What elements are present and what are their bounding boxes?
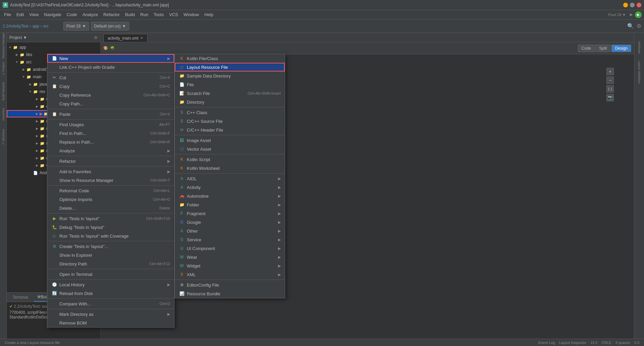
breadcrumb-src[interactable]: src <box>43 24 49 29</box>
settings-icon[interactable]: ⚙ <box>637 23 641 29</box>
ctx-new-item[interactable]: 📄 New ▶ <box>47 54 174 63</box>
ctx-paste[interactable]: 📋 Paste Ctrl+V <box>47 110 174 118</box>
ctx-optimize-imports[interactable]: Optimize Imports Ctrl+Alt+O <box>47 195 174 204</box>
ctx2-fragment[interactable]: F Fragment ▶ <box>175 209 285 218</box>
ctx2-other[interactable]: A Other ▶ <box>175 227 285 235</box>
status-encoding[interactable]: CRLE <box>599 341 613 345</box>
ctx2-vector-asset[interactable]: ⬡ Vector Asset <box>175 145 285 153</box>
menu-vcs[interactable]: VCS <box>166 11 181 18</box>
sidebar-settings-icon[interactable]: ⚙ <box>94 35 98 40</box>
menu-refactor[interactable]: Refactor <box>101 11 122 18</box>
menu-code[interactable]: Code <box>64 11 80 18</box>
ctx-directory-path[interactable]: Directory Path Ctrl+Alt+F12 <box>47 259 174 268</box>
ctx2-image-asset[interactable]: 🖼 Image Asset <box>175 136 285 145</box>
restore-button[interactable]: □ <box>630 3 635 7</box>
menu-edit[interactable]: Edit <box>14 11 26 18</box>
ctx-debug-tests[interactable]: 🐛 Debug 'Tests in 'layout'' <box>47 223 174 232</box>
close-button[interactable]: ✕ <box>637 3 641 7</box>
code-view-button[interactable]: Code <box>578 45 595 52</box>
ctx2-kotlin-file[interactable]: K Kotlin File/Class <box>175 54 285 63</box>
ctx2-activity[interactable]: A Activity ▶ <box>175 183 285 192</box>
ctx-reload-disk[interactable]: 🔄 Reload from Disk <box>47 289 174 298</box>
ctx-replace-in-path[interactable]: Replace in Path... Ctrl+Shift+R <box>47 138 174 146</box>
ctx-open-terminal[interactable]: Open in Terminal <box>47 270 174 279</box>
menu-tools[interactable]: Tools <box>151 11 166 18</box>
ctx2-automotive[interactable]: 🚗 Automotive ▶ <box>175 192 285 200</box>
ctx2-cpp-source[interactable]: S C/C++ Source File <box>175 117 285 126</box>
favorites-tool[interactable]: Favorites <box>0 104 6 124</box>
ctx2-scratch-file[interactable]: 📝 Scratch File Ctrl+Alt+Shift+Insert <box>175 89 285 98</box>
ctx2-folder[interactable]: 📁 Folder ▶ <box>175 200 285 209</box>
ctx2-kotlin-script[interactable]: K Kotlin Script <box>175 155 285 164</box>
ctx-cut[interactable]: ✂ Cut Ctrl+X <box>47 73 174 82</box>
ctx-remove-bom[interactable]: Remove BOM <box>47 318 174 327</box>
split-view-button[interactable]: Split <box>595 45 610 52</box>
minimize-button[interactable]: – <box>623 3 628 7</box>
ctx-compare-with[interactable]: Compare With... Ctrl+D <box>47 299 174 308</box>
ctx2-kotlin-worksheet[interactable]: K Kotlin Worksheet <box>175 164 285 172</box>
menu-run[interactable]: Run <box>138 11 151 18</box>
ctx-find-usages[interactable]: Find Usages Alt+F7 <box>47 120 174 129</box>
zoom-out-button[interactable]: − <box>606 77 614 84</box>
ctx-show-resource-manager[interactable]: Show In Resource Manager Ctrl+Shift+T <box>47 176 174 185</box>
menu-navigate[interactable]: Navigate <box>41 11 64 18</box>
status-position[interactable]: 14:2 <box>588 341 599 345</box>
layout-validation-btn[interactable]: Layout Validation <box>635 60 644 84</box>
ctx-create-tests[interactable]: ⚙ Create 'Tests in 'layout''... <box>47 242 174 251</box>
fit-screen-button[interactable]: 1:1 <box>606 85 614 93</box>
build-variants-tool[interactable]: Build Variants <box>0 81 6 101</box>
ctx2-layout-resource[interactable]: □ Layout Resource File <box>175 63 285 71</box>
breadcrumb-project[interactable]: 2.2ActivityTest <box>3 24 29 29</box>
ctx-run-tests[interactable]: ▶ Run 'Tests in 'layout'' Ctrl+Shift+F10 <box>47 214 174 223</box>
ctx-copy[interactable]: 📋 Copy Ctrl+C <box>47 82 174 91</box>
run-icon[interactable]: ▶ <box>635 11 642 18</box>
menu-analyze[interactable]: Analyze <box>80 11 101 18</box>
ctx2-widget[interactable]: W Widget ▶ <box>175 261 285 270</box>
menu-file[interactable]: File <box>1 11 14 18</box>
search-button[interactable]: 🔍 <box>627 23 634 29</box>
ctx2-xml[interactable]: X XML ▶ <box>175 270 285 279</box>
terminal-tab[interactable]: Terminal <box>9 293 31 302</box>
ctx2-directory[interactable]: 📁 Directory <box>175 98 285 106</box>
screenshot-button[interactable]: 📷 <box>606 94 614 101</box>
status-indent[interactable]: 4 spaces <box>613 341 632 345</box>
resource-manager-tool[interactable]: Resource Manager <box>0 36 6 56</box>
ctx-reformat-code[interactable]: Reformat Code Ctrl+Alt+L <box>47 186 174 195</box>
ctx2-sample-data[interactable]: 📁 Sample Data Directory <box>175 71 285 80</box>
editor-component-tree-icon[interactable]: 🌳 <box>110 46 115 50</box>
ctx2-google[interactable]: G Google ▶ <box>175 218 285 227</box>
menu-build[interactable]: Build <box>122 11 138 18</box>
device-selector[interactable]: Pixel 28 ▼ <box>63 22 89 31</box>
ctx2-file[interactable]: 📄 File <box>175 80 285 89</box>
ctx-delete[interactable]: Delete... Delete <box>47 204 174 212</box>
ctx2-ui-component[interactable]: U UI Component ▶ <box>175 244 285 253</box>
menu-help[interactable]: Help <box>202 11 216 18</box>
ctx-show-explorer[interactable]: Show in Explorer <box>47 251 174 259</box>
ctx-copy-reference[interactable]: Copy Reference Ctrl+Alt+Shift+C <box>47 91 174 99</box>
ctx2-resource-bundle[interactable]: 📊 Resource Bundle <box>175 289 285 298</box>
ctx2-editorconfig[interactable]: ⚙ EditorConfig File <box>175 281 285 289</box>
ctx-local-history[interactable]: 🕐 Local History ▶ <box>47 280 174 289</box>
menu-view[interactable]: View <box>26 11 41 18</box>
design-view-button[interactable]: Design <box>611 45 631 52</box>
menu-window[interactable]: Window <box>181 11 202 18</box>
ctx-find-in-path[interactable]: Find in Path... Ctrl+Shift+F <box>47 129 174 138</box>
ctx-analyze[interactable]: Analyze ▶ <box>47 146 174 155</box>
ctx-run-coverage[interactable]: ▷ Run 'Tests in 'layout'' with Coverage <box>47 232 174 240</box>
ctx2-aidl[interactable]: A AIDL ▶ <box>175 174 285 183</box>
ctx-refactor[interactable]: Refactor ▶ <box>47 157 174 165</box>
breadcrumb-app[interactable]: app <box>33 24 39 29</box>
ctx2-cpp-header[interactable]: H C/C++ Header File <box>175 126 285 134</box>
ctx-link-cpp[interactable]: Link C++ Project with Gradle <box>47 63 174 71</box>
ctx2-cpp-class[interactable]: S C++ Class <box>175 108 285 117</box>
tab-activity-main[interactable]: activity_main.xml ✕ <box>103 34 148 42</box>
tree-item-app[interactable]: ▼ 📁 app <box>7 44 100 51</box>
ctx-mark-directory[interactable]: Mark Directory as ▶ <box>47 310 174 318</box>
project-tool[interactable]: 1: Project <box>0 58 6 79</box>
zoom-in-button[interactable]: + <box>606 68 614 75</box>
structure-tool[interactable]: 7: Structure <box>0 127 6 147</box>
layout-inspector-button[interactable]: Layout Inspector <box>557 341 588 345</box>
attributes-panel-btn[interactable]: Attributes <box>635 36 644 59</box>
ctx-add-favorites[interactable]: Add to Favorites ▶ <box>47 167 174 176</box>
ctx2-service[interactable]: S Service ▶ <box>175 235 285 244</box>
